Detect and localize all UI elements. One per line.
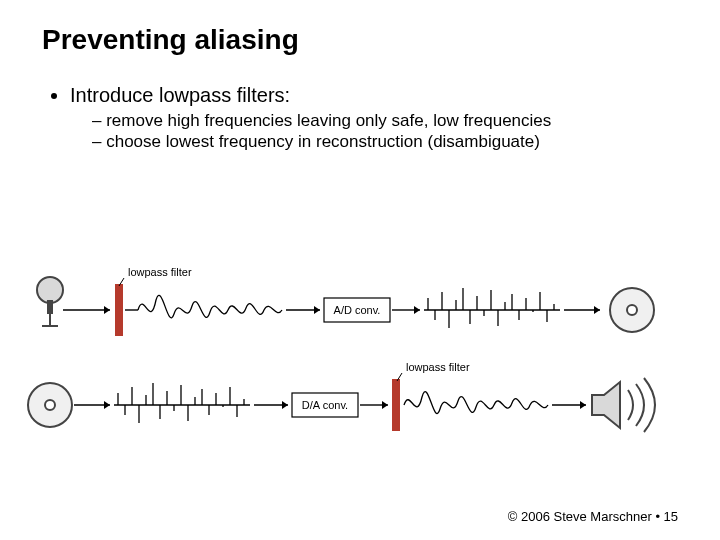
arrow-icon <box>360 401 388 409</box>
bullet-intro: Introduce lowpass filters: remove high f… <box>70 84 678 152</box>
svg-marker-35 <box>594 306 600 314</box>
signal-pipeline-diagram: lowpass filter A/D conv. <box>20 240 700 460</box>
lowpass-filter-icon: lowpass filter <box>392 361 470 431</box>
arrow-icon <box>63 306 110 314</box>
svg-marker-13 <box>414 306 420 314</box>
disc-icon <box>610 288 654 332</box>
lowpass-label-1: lowpass filter <box>128 266 192 278</box>
arrow-icon <box>392 306 420 314</box>
subbullet-remove: remove high frequencies leaving only saf… <box>92 111 678 131</box>
svg-marker-63 <box>282 401 288 409</box>
waveform-reconstructed-icon <box>404 392 548 414</box>
svg-rect-6 <box>115 284 123 336</box>
slide-footer: © 2006 Steve Marschner • 15 <box>508 509 678 524</box>
svg-marker-70 <box>580 401 586 409</box>
discrete-samples-icon <box>114 383 250 423</box>
svg-point-37 <box>627 305 637 315</box>
svg-marker-10 <box>314 306 320 314</box>
svg-marker-5 <box>104 306 110 314</box>
arrow-icon <box>286 306 320 314</box>
da-converter-box: D/A conv. <box>292 393 358 417</box>
svg-point-0 <box>37 277 63 303</box>
svg-rect-67 <box>392 379 400 431</box>
arrow-icon <box>254 401 288 409</box>
waveform-filtered-icon <box>138 295 282 318</box>
discrete-samples-icon <box>424 288 560 328</box>
da-label: D/A conv. <box>302 399 348 411</box>
bullet-intro-text: Introduce lowpass filters: <box>70 84 290 106</box>
svg-marker-66 <box>382 401 388 409</box>
svg-point-39 <box>45 400 55 410</box>
speaker-icon <box>592 378 655 432</box>
svg-marker-41 <box>104 401 110 409</box>
lowpass-label-2: lowpass filter <box>406 361 470 373</box>
disc-icon <box>28 383 72 427</box>
microphone-icon <box>37 277 63 326</box>
svg-rect-1 <box>47 300 53 314</box>
slide-title: Preventing aliasing <box>42 24 678 56</box>
arrow-icon <box>552 401 586 409</box>
arrow-icon <box>74 401 110 409</box>
svg-marker-71 <box>592 382 620 428</box>
ad-label: A/D conv. <box>334 304 381 316</box>
ad-converter-box: A/D conv. <box>324 298 390 322</box>
subbullet-choose: choose lowest frequency in reconstructio… <box>92 132 678 152</box>
lowpass-filter-icon: lowpass filter <box>115 266 192 336</box>
arrow-icon <box>564 306 600 314</box>
